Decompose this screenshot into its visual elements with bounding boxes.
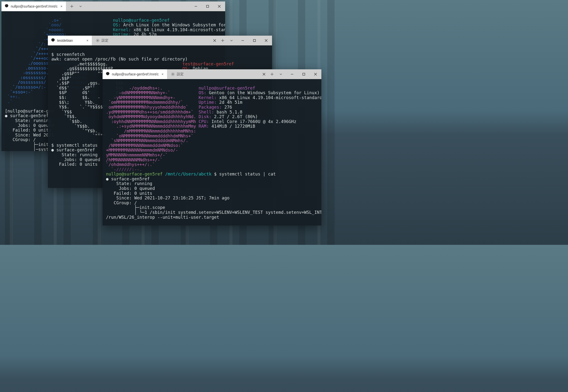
titlebar[interactable]: testdebian × 設定	[48, 36, 272, 45]
close-window-button[interactable]	[260, 36, 272, 45]
info-os-key: OS:	[113, 22, 121, 27]
status-line: Jobs: 0 queued	[51, 157, 100, 162]
gentoo-logo-line: `-//////:--.	[106, 167, 142, 172]
gentoo-logo-line: /mMMMMMMNNNmmmdddhhhhhmMNhs:	[106, 129, 196, 134]
gentoo-logo-line: `/ohdmmddhys+++/:.`	[106, 162, 155, 167]
titlebar[interactable]: nullpo@surface-gen5ref:/mnt/c × 設定	[102, 69, 321, 79]
status-line: │─system	[5, 147, 54, 151]
info-os-val: Arch Linux (on the Windows Subsystem for…	[121, 22, 225, 27]
status-line: ├─init.scope	[106, 205, 165, 210]
close-window-button[interactable]	[213, 1, 225, 11]
info-host: surface-gen5ref	[217, 86, 255, 91]
tab-title: nullpo@surface-gen5ref:/mnt/c	[11, 4, 58, 8]
info-shell-key: Shell:	[199, 110, 214, 114]
settings-tab[interactable]: 設定	[92, 38, 112, 43]
info-uptime-val: 2d 4h 51m	[217, 100, 242, 105]
gentoo-logo-line: `omMMMMMMMMMMMMNmdmmmmddhhy/`	[106, 100, 183, 105]
arch-logo-line: `+oooo:	[5, 27, 64, 32]
maximize-button[interactable]	[249, 36, 260, 45]
status-line: Failed: 0 units	[5, 128, 51, 133]
gentoo-logo-line: -odNMMMMMMMMNNmhy+-`	[106, 90, 170, 95]
tux-icon	[105, 72, 110, 76]
tab-active[interactable]: nullpo@surface-gen5ref:/mnt/c ×	[1, 1, 66, 11]
info-os-key: OS:	[199, 90, 206, 95]
debian-logo-line: `Y$$	[51, 109, 72, 114]
debian-logo-line: `""""	[51, 133, 105, 138]
status-line: Since: Wed 2021-10-27 23:16:25 JST; 7min…	[106, 196, 229, 200]
gentoo-logo-line: `sNMMMMMMMMNNNmmmdddddmNMmhs/.	[106, 138, 188, 143]
status-line: CGroup: /	[106, 200, 137, 205]
info-disk-val: 2.2T / 2.6T (86%)	[212, 114, 258, 119]
info-host: surface-gen5ref	[195, 61, 234, 66]
tux-icon	[4, 4, 9, 9]
debian-logo-line: `$$b.	[51, 119, 82, 124]
new-tab-button[interactable]	[268, 69, 276, 79]
prompt-path: /mnt/c/Users/abctk	[163, 172, 214, 176]
gentoo-logo-line: .ydMMMMMMMMMMdhs++so/smdddhhhhdm+`	[106, 110, 193, 114]
status-line: Jobs: 0 queued	[106, 186, 155, 191]
settings-label: 設定	[101, 38, 108, 43]
status-line: CGroup: /	[5, 137, 36, 142]
maximize-button[interactable]	[298, 69, 310, 79]
info-kernel-val: x86_64 Linux 4.19.104-microsoft-standard	[131, 27, 225, 32]
terminal-window-gentoo: nullpo@surface-gen5ref:/mnt/c × 設定 -/oyd…	[102, 69, 321, 225]
status-line: ● surface-gen5ref	[106, 176, 150, 181]
titlebar[interactable]: nullpo@surface-gen5ref:/mnt/c ×	[1, 1, 225, 11]
info-user: nullpo	[199, 86, 214, 91]
info-kernel-val: x86_64 Linux 4.19.104-microsoft-standard	[217, 95, 321, 100]
prompt-cmd: $ systemctl status | cat	[214, 172, 276, 176]
info-host: surface-gen5ref	[131, 18, 170, 23]
cmd-line: $ systemctl status	[51, 143, 98, 148]
svg-point-3	[172, 74, 173, 75]
close-settings-tab-icon[interactable]	[211, 36, 218, 45]
gentoo-logo-line: omMMMMMMMMMMMNhhyyyohmdddhhhdo`	[106, 105, 188, 110]
info-uptime-key: Uptime:	[199, 100, 217, 105]
close-settings-tab-icon[interactable]	[260, 69, 268, 79]
info-at: @	[128, 18, 131, 23]
terminal-body[interactable]: -/oyddmdhs+:. nullpo@surface-gen5ref -od…	[102, 79, 321, 225]
close-window-button[interactable]	[310, 69, 321, 79]
debian-logo-line: `Y$$b.	[51, 124, 90, 129]
minimize-button[interactable]	[190, 1, 202, 11]
svg-rect-0	[207, 5, 209, 8]
tux-icon	[51, 38, 55, 43]
settings-tab[interactable]: 設定	[167, 72, 187, 76]
new-tab-button[interactable]	[67, 1, 76, 11]
new-tab-button[interactable]	[218, 36, 227, 45]
tab-dropdown-button[interactable]	[276, 69, 285, 79]
svg-point-1	[97, 40, 98, 41]
gentoo-logo-line: /hMMNNNNNNNNMNdhs++/-`	[106, 157, 163, 162]
arch-logo-line: `ooo/	[5, 22, 61, 27]
tab-dropdown-button[interactable]	[76, 1, 85, 11]
svg-rect-4	[303, 73, 305, 75]
tab-active[interactable]: testdebian ×	[48, 36, 92, 45]
gentoo-logo-line: :oyhhdNNMMMMMMMNNNmmdddhhhhhyymMh	[106, 119, 196, 124]
minimize-button[interactable]	[237, 36, 249, 45]
info-user: nullpo	[113, 18, 128, 23]
info-ram-key: RAM:	[199, 124, 209, 129]
debian-logo-line: _,met$$$$$gg.	[51, 61, 108, 66]
close-tab-icon[interactable]: ×	[161, 72, 165, 76]
info-kernel-key: Kernel:	[199, 95, 217, 100]
tab-dropdown-button[interactable]	[227, 36, 236, 45]
info-shell-val: bash 5.1.8	[214, 110, 242, 114]
info-cpu-key: CPU:	[199, 119, 209, 124]
cmd-line: $ screenfetch	[51, 52, 85, 57]
gear-icon	[171, 72, 175, 76]
close-tab-icon[interactable]: ×	[85, 39, 89, 42]
info-cpu-val: Intel Core i7-7660U @ 4x 2.496GHz	[209, 119, 296, 124]
debian-logo-line: `Y$$.	[51, 114, 77, 119]
minimize-button[interactable]	[286, 69, 298, 79]
tab-title: nullpo@surface-gen5ref:/mnt/c	[112, 72, 159, 76]
info-disk-key: Disk:	[199, 114, 212, 119]
prompt-user: nullpo@surface-gen5ref	[106, 172, 163, 176]
status-line: State: running	[106, 181, 152, 186]
status-line: ● surface-gen5ref	[5, 113, 49, 118]
info-packages-val: 276	[222, 105, 232, 110]
settings-label: 設定	[177, 72, 184, 76]
close-tab-icon[interactable]: ×	[60, 4, 63, 8]
tab-active[interactable]: nullpo@surface-gen5ref:/mnt/c ×	[102, 69, 167, 79]
status-line: State: running	[5, 118, 51, 123]
status-line: Failed: 0 units	[51, 162, 98, 167]
maximize-button[interactable]	[202, 1, 213, 11]
